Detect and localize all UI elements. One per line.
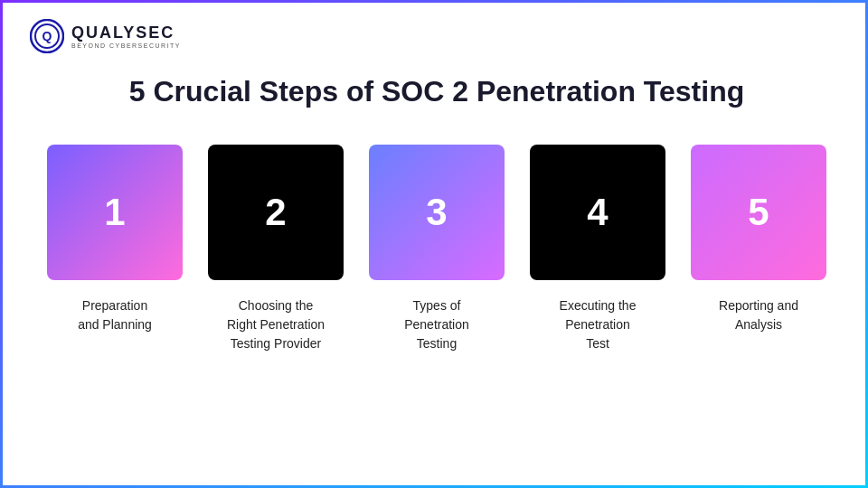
logo-text: QUALYSEC BEYOND CYBERSECURITY bbox=[71, 23, 181, 49]
logo-icon: Q bbox=[30, 19, 64, 53]
logo-name: QUALYSEC bbox=[71, 23, 181, 42]
step-label-2: Choosing theRight PenetrationTesting Pro… bbox=[227, 296, 325, 353]
steps-row: 1Preparationand Planning2Choosing theRig… bbox=[39, 145, 835, 353]
step-number-1: 1 bbox=[104, 191, 125, 234]
step-number-2: 2 bbox=[265, 191, 286, 234]
step-number-5: 5 bbox=[748, 191, 769, 234]
step-box-1: 1 bbox=[47, 145, 183, 280]
step-item-3: 3Types ofPenetrationTesting bbox=[364, 145, 509, 353]
step-label-3: Types ofPenetrationTesting bbox=[404, 296, 469, 353]
step-label-4: Executing thePenetrationTest bbox=[560, 296, 637, 353]
step-item-5: 5Reporting andAnalysis bbox=[686, 145, 831, 334]
step-box-3: 3 bbox=[369, 145, 505, 280]
step-label-5: Reporting andAnalysis bbox=[719, 296, 798, 334]
page-title: 5 Crucial Steps of SOC 2 Penetration Tes… bbox=[129, 75, 744, 108]
step-box-4: 4 bbox=[530, 145, 665, 280]
main-container: Q QUALYSEC BEYOND CYBERSECURITY 5 Crucia… bbox=[3, 3, 868, 488]
step-item-1: 1Preparationand Planning bbox=[42, 145, 187, 334]
step-item-4: 4Executing thePenetrationTest bbox=[525, 145, 670, 353]
step-number-4: 4 bbox=[587, 191, 608, 234]
step-number-3: 3 bbox=[426, 191, 447, 234]
step-item-2: 2Choosing theRight PenetrationTesting Pr… bbox=[203, 145, 348, 353]
svg-text:Q: Q bbox=[42, 29, 52, 43]
logo-tagline: BEYOND CYBERSECURITY bbox=[71, 42, 181, 49]
step-box-5: 5 bbox=[691, 145, 826, 280]
step-label-1: Preparationand Planning bbox=[78, 296, 152, 334]
logo: Q QUALYSEC BEYOND CYBERSECURITY bbox=[30, 19, 181, 53]
step-box-2: 2 bbox=[208, 145, 344, 280]
